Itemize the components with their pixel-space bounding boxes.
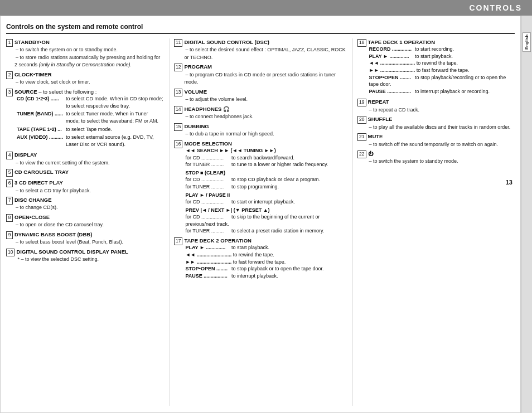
list-item: 6 3 CD DIRECT PLAY – to select a CD tray… bbox=[6, 179, 163, 194]
header-bar: CONTROLS bbox=[0, 0, 532, 16]
lang-label: English bbox=[523, 32, 531, 52]
page: CONTROLS Controls on the system and remo… bbox=[0, 0, 532, 413]
list-item: 15 DUBBING – to dub a tape in normal or … bbox=[174, 123, 347, 138]
lang-tab: English bbox=[521, 16, 532, 413]
list-item: 9 DYNAMIC BASS BOOST (DBB) – to select b… bbox=[6, 231, 163, 246]
section-title: Controls on the system and remote contro… bbox=[6, 23, 515, 31]
col2: 11 DIGITAL SOUND CONTROL (DSC) – to sele… bbox=[169, 38, 347, 406]
list-item: 5 CD CAROUSEL TRAY bbox=[6, 168, 163, 177]
list-item: 11 DIGITAL SOUND CONTROL (DSC) – to sele… bbox=[174, 38, 347, 61]
list-item: 17 TAPE DECK 2 OPERATION PLAY ► ........… bbox=[174, 237, 347, 279]
list-item: 13 VOLUME – to adjust the volume level. bbox=[174, 88, 347, 103]
list-item: 22 ⏻ – to switch the system to standby m… bbox=[357, 150, 515, 165]
header-title: CONTROLS bbox=[469, 3, 522, 12]
list-item: 8 OPEN•CLOSE – to open or close the CD c… bbox=[6, 213, 163, 229]
list-item: 12 PROGRAM – to program CD tracks in CD … bbox=[174, 63, 347, 85]
list-item: 10 DIGITAL SOUND CONTROL DISPLAY PANEL *… bbox=[6, 248, 163, 263]
list-item: 14 HEADPHONES 🎧 – to connect headphones … bbox=[174, 105, 347, 120]
list-item: 3 SOURCE – to select the following : CD … bbox=[6, 88, 163, 149]
page-number: 13 bbox=[506, 177, 515, 186]
col1: 1 STANDBY•ON – to switch the system on o… bbox=[6, 38, 163, 406]
columns: 1 STANDBY•ON – to switch the system on o… bbox=[6, 38, 515, 406]
list-item: 20 SHUFFLE – to play all the available d… bbox=[357, 115, 515, 130]
col3: 18 TAPE DECK 1 OPERATION RECORD ........… bbox=[352, 38, 515, 406]
list-item: 16 MODE SELECTION ◄◄ SEARCH ►► (◄◄ TUNIN… bbox=[174, 140, 347, 235]
list-item: 7 DISC CHANGE – to change CD(s). bbox=[6, 196, 163, 211]
list-item: 19 REPEAT – to repeat a CD track. bbox=[357, 98, 515, 113]
list-item: 21 MUTE – to switch off the sound tempor… bbox=[357, 133, 515, 148]
list-item: 1 STANDBY•ON – to switch the system on o… bbox=[6, 38, 163, 69]
list-item: 4 DISPLAY – to view the current setting … bbox=[6, 151, 163, 166]
main-content: Controls on the system and remote contro… bbox=[0, 16, 521, 413]
list-item: 2 CLOCK•TIMER – to view clock, set clock… bbox=[6, 71, 163, 86]
list-item: 18 TAPE DECK 1 OPERATION RECORD ........… bbox=[357, 38, 515, 95]
